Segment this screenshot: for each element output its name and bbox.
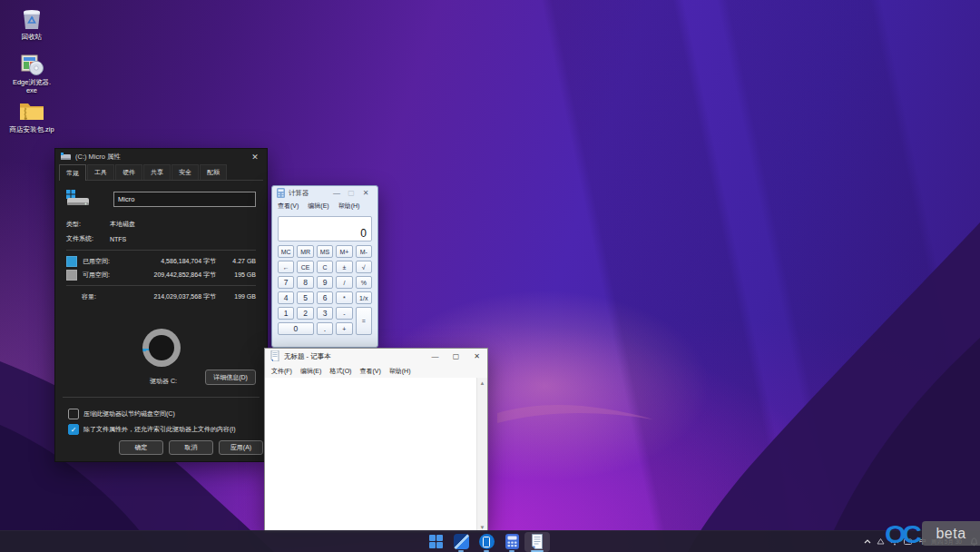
tab-0[interactable]: 常规 — [59, 164, 86, 181]
calc-key-MS[interactable]: MS — [317, 245, 333, 258]
tab-2[interactable]: 硬件 — [115, 164, 142, 180]
used-size: 4.27 GB — [216, 258, 256, 264]
desktop-icon-label: Edge浏览器. exe — [13, 79, 51, 94]
index-checkbox-row[interactable]: ✓ 除了文件属性外，还允许索引此驱动器上文件的内容(I) — [68, 424, 236, 435]
calc-menu-item-1[interactable]: 编辑(E) — [308, 202, 328, 211]
calc-key-7[interactable]: 7 — [278, 276, 294, 289]
calculator-icon — [505, 534, 519, 549]
running-indicator — [509, 550, 514, 552]
close-icon[interactable]: ✕ — [466, 349, 487, 364]
maximize-icon: ▢ — [344, 189, 358, 197]
notepad-titlebar[interactable]: 无标题 - 记事本 — ▢ ✕ — [265, 349, 487, 364]
calc-key-2[interactable]: 2 — [297, 307, 313, 320]
notepad-icon — [531, 534, 544, 549]
taskbar-phone-link[interactable] — [474, 532, 499, 552]
cancel-button[interactable]: 取消 — [169, 440, 213, 455]
calculator-app-icon — [277, 188, 285, 199]
calc-key-4[interactable]: 4 — [278, 291, 294, 304]
calc-key-/[interactable]: / — [336, 276, 352, 289]
calc-key-%[interactable]: % — [356, 276, 372, 289]
taskbar-notepad[interactable] — [524, 532, 550, 552]
desktop-icon-edge-installer[interactable]: Edge浏览器. exe — [4, 50, 60, 94]
calc-key-.[interactable]: . — [317, 322, 333, 335]
capacity-bytes: 214,029,037,568 字节 — [125, 292, 216, 301]
notepad-menu-item-2[interactable]: 格式(O) — [329, 367, 351, 376]
calc-key-M+[interactable]: M+ — [336, 245, 352, 258]
compress-checkbox[interactable] — [68, 409, 79, 419]
tab-5[interactable]: 配额 — [200, 164, 227, 180]
calc-key-M-[interactable]: M- — [356, 245, 372, 258]
hidden-icons-chevron-icon[interactable] — [861, 539, 874, 544]
taskbar-app-blue-diagonal[interactable] — [448, 532, 474, 552]
calc-menu-item-0[interactable]: 查看(V) — [278, 202, 299, 211]
notepad-menu-item-3[interactable]: 查看(V) — [359, 367, 380, 376]
details-button[interactable]: 详细信息(D) — [205, 370, 256, 385]
calc-key-6[interactable]: 6 — [317, 291, 333, 304]
taskbar-calculator[interactable] — [499, 532, 524, 552]
calc-key-8[interactable]: 8 — [297, 276, 313, 289]
window-title: 无标题 - 记事本 — [284, 352, 425, 361]
tab-3[interactable]: 共享 — [143, 164, 171, 180]
compress-checkbox-row[interactable]: 压缩此驱动器以节约磁盘空间(C) — [68, 409, 175, 419]
scroll-up-icon[interactable]: ▲ — [477, 378, 487, 388]
drive-name-field[interactable]: Micro — [113, 192, 256, 207]
start-button[interactable] — [423, 532, 448, 552]
calc-key-1/x[interactable]: 1/x — [356, 291, 372, 304]
calc-key-3[interactable]: 3 — [317, 307, 333, 320]
notepad-window: 无标题 - 记事本 — ▢ ✕ 文件(F)编辑(E)格式(O)查看(V)帮助(H… — [264, 348, 488, 533]
calc-key-CE[interactable]: CE — [297, 261, 313, 273]
filesystem-value: NTFS — [110, 236, 126, 242]
notepad-menu-item-0[interactable]: 文件(F) — [271, 367, 292, 376]
calc-key-MR[interactable]: MR — [297, 245, 313, 258]
general-tab-page: Micro 类型: 本地磁盘 文件系统: NTFS 已用空间: 4,586,18… — [59, 180, 263, 434]
minimize-icon[interactable]: — — [425, 349, 446, 364]
ok-button[interactable]: 确定 — [119, 440, 163, 455]
notepad-text-area[interactable] — [265, 378, 477, 532]
type-value: 本地磁盘 — [110, 220, 135, 229]
filesystem-label: 文件系统: — [66, 234, 110, 243]
properties-dialog: (C:) Micro 属性 ✕ 常规工具硬件共享安全配额 Micro — [54, 148, 268, 462]
calc-menu-item-2[interactable]: 帮助(H) — [338, 202, 360, 211]
capacity-size: 199 GB — [216, 293, 256, 300]
free-space-swatch — [66, 270, 77, 281]
notepad-body: ▲ ▼ — [265, 378, 487, 532]
calc-key--[interactable]: - — [336, 307, 352, 320]
calc-key-←[interactable]: ← — [278, 261, 294, 273]
calculator-titlebar[interactable]: 计算器 — ▢ ✕ — [272, 186, 377, 200]
notepad-menu-item-1[interactable]: 编辑(E) — [300, 367, 321, 376]
calc-key-±[interactable]: ± — [336, 261, 352, 273]
properties-tabs: 常规工具硬件共享安全配额 — [55, 165, 267, 180]
phone-link-icon — [479, 534, 495, 549]
dialog-title: (C:) Micro 属性 — [75, 153, 249, 162]
taskbar-center — [423, 531, 550, 552]
calculator-keypad: MCMRMSM+M-←CEC±√789/%456*1/x123-=0.+ — [278, 245, 372, 335]
desktop-icon-recycle-bin[interactable]: 回收站 — [4, 5, 60, 42]
calc-key-√[interactable]: √ — [356, 261, 372, 273]
calc-key-+[interactable]: + — [336, 322, 352, 335]
calc-key-5[interactable]: 5 — [297, 291, 313, 304]
calc-key-0[interactable]: 0 — [278, 322, 314, 335]
dialog-buttons: 确定 取消 应用(A) — [119, 440, 263, 455]
notepad-scrollbar[interactable]: ▲ ▼ — [476, 378, 487, 532]
minimize-icon[interactable]: — — [329, 189, 344, 197]
apply-button[interactable]: 应用(A) — [219, 440, 263, 455]
running-indicator — [458, 550, 464, 552]
calc-key-=[interactable]: = — [356, 307, 372, 335]
tab-1[interactable]: 工具 — [87, 164, 114, 180]
calc-key-C[interactable]: C — [317, 261, 333, 273]
close-icon[interactable]: ✕ — [249, 153, 261, 162]
disk-usage-donut-chart — [142, 329, 181, 367]
calc-key-9[interactable]: 9 — [317, 276, 333, 289]
notepad-menu-item-4[interactable]: 帮助(H) — [389, 367, 411, 376]
calc-key-MC[interactable]: MC — [278, 245, 294, 258]
calc-key-*[interactable]: * — [336, 291, 352, 304]
installer-package-icon — [18, 50, 45, 77]
tab-4[interactable]: 安全 — [172, 164, 199, 180]
maximize-icon[interactable]: ▢ — [446, 349, 466, 364]
close-icon[interactable]: ✕ — [358, 189, 373, 197]
window-title: 计算器 — [289, 189, 329, 198]
calc-key-1[interactable]: 1 — [278, 307, 294, 320]
properties-titlebar[interactable]: (C:) Micro 属性 ✕ — [55, 149, 267, 165]
desktop-icon-store-package-zip[interactable]: 商店安装包.zip — [4, 97, 60, 134]
index-checkbox[interactable]: ✓ — [68, 424, 79, 435]
